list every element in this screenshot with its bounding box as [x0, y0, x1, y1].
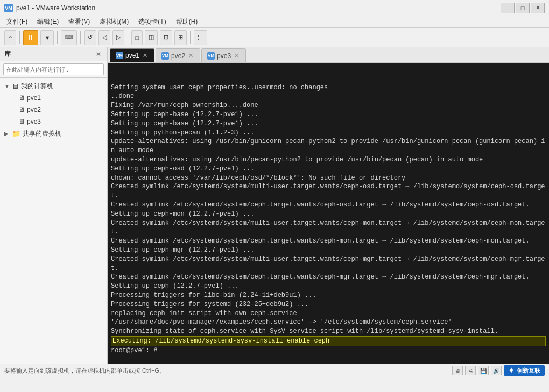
tree-item-pve2[interactable]: 🖥 pve2	[0, 104, 107, 116]
close-button[interactable]: ✕	[531, 3, 545, 13]
status-right-area: 🖥 🖨 💾 🔊 ✦ 创新互联	[452, 365, 545, 376]
sidebar-header: 库 ✕	[0, 47, 107, 61]
terminal-line: update-alternatives: using /usr/bin/peca…	[111, 155, 546, 165]
toolbar-separator-1	[19, 31, 20, 44]
brand-logo: ✦ 创新互联	[504, 365, 545, 376]
vm-icon-pve2: 🖥	[18, 106, 25, 113]
toolbar-vm-state2[interactable]: ◫	[145, 30, 158, 45]
toolbar-back[interactable]: ◁	[98, 30, 110, 45]
tab-label-pve2: pve2	[171, 52, 185, 60]
tree-label-mycomputer: 我的计算机	[21, 82, 53, 91]
tab-vm-icon-pve1: VM	[116, 52, 123, 59]
sidebar: 库 ✕ ▼ 🖥 我的计算机 🖥 pve1 🖥 pve2	[0, 47, 108, 364]
toolbar-send-ctrlaltdel[interactable]: ⌨	[61, 30, 77, 45]
tab-label-pve1: pve1	[125, 52, 139, 59]
minimize-button[interactable]: —	[501, 3, 515, 13]
toolbar-refresh[interactable]: ↺	[84, 30, 96, 45]
tree-item-pve1[interactable]: 🖥 pve1	[0, 92, 107, 104]
terminal-line: '/usr/share/doc/pve-manager/examples/cep…	[111, 318, 546, 327]
toolbar-home[interactable]: ⌂	[4, 30, 16, 45]
status-icon-4[interactable]: 🔊	[491, 366, 502, 375]
terminal-line: Processing triggers for systemd (232-25+…	[111, 300, 546, 309]
menu-file[interactable]: 文件(F)	[2, 16, 32, 27]
expand-icon-mycomputer: ▼	[4, 83, 11, 89]
tree-item-shared[interactable]: ▶ 📁 共享的虚拟机	[0, 127, 107, 139]
window-title: pve1 - VMware Workstation	[16, 4, 501, 12]
vm-icon-pve3: 🖥	[18, 118, 25, 125]
vm-icon-pve1: 🖥	[18, 94, 25, 102]
status-icon-3[interactable]: 💾	[478, 366, 489, 375]
toolbar-vm-state3[interactable]: ⊡	[160, 30, 172, 45]
sidebar-close-button[interactable]: ✕	[94, 50, 103, 59]
menu-vm[interactable]: 虚拟机(M)	[95, 16, 133, 27]
fullscreen-icon: ⛶	[198, 34, 203, 41]
computer-icon: 🖥	[12, 82, 19, 90]
title-bar: VM pve1 - VMware Workstation — □ ✕	[0, 0, 549, 16]
tab-vm-icon-pve3: VM	[207, 52, 215, 60]
terminal-output[interactable]: Setting system user ceph properties..use…	[108, 63, 549, 364]
state3-icon: ⊡	[164, 34, 168, 41]
terminal-line: chown: cannot access '/var/lib/ceph/osd/…	[111, 174, 546, 183]
terminal-line: Created symlink /etc/systemd/system/ceph…	[111, 201, 546, 210]
main-content: 库 ✕ ▼ 🖥 我的计算机 🖥 pve1 🖥 pve2	[0, 47, 549, 364]
terminal-line: Created symlink /etc/systemd/system/ceph…	[111, 273, 546, 282]
tab-pve1[interactable]: VM pve1 ✕	[110, 48, 154, 62]
keyboard-icon: ⌨	[65, 34, 73, 41]
tree-label-pve1: pve1	[27, 94, 41, 102]
status-bar: 要将输入定向到该虚拟机，请在虚拟机内部单击或按 Ctrl+G。 🖥 🖨 💾 🔊 …	[0, 364, 549, 377]
app-icon: VM	[4, 4, 13, 12]
terminal-line: Setting up ceph-mgr (12.2.7-pve1) ...	[111, 246, 546, 255]
sidebar-search-input[interactable]	[3, 63, 104, 75]
tab-label-pve3: pve3	[217, 52, 231, 60]
toolbar: ⌂ ⏸ ▼ ⌨ ↺ ◁ ▷ □ ◫ ⊡ ⊞ ⛶	[0, 28, 549, 47]
toolbar-vm-state1[interactable]: □	[131, 30, 143, 45]
status-message: 要将输入定向到该虚拟机，请在虚拟机内部单击或按 Ctrl+G。	[4, 367, 165, 375]
terminal-line: replacing ceph init script with own ceph…	[111, 309, 546, 318]
terminal-line: Setting system user ceph properties..use…	[111, 83, 546, 92]
toolbar-separator-3	[80, 31, 81, 44]
window-controls: — □ ✕	[501, 3, 545, 13]
sidebar-tree: ▼ 🖥 我的计算机 🖥 pve1 🖥 pve2 🖥 pve3	[0, 78, 107, 364]
menu-help[interactable]: 帮助(H)	[172, 16, 202, 27]
tab-area: VM pve1 ✕ VM pve2 ✕ VM pve3 ✕ Setting sy…	[108, 47, 549, 364]
terminal-line: root@pve1: #	[111, 346, 546, 355]
sidebar-resize-handle[interactable]	[105, 47, 107, 364]
state4-icon: ⊞	[178, 34, 183, 41]
tab-pve3[interactable]: VM pve3 ✕	[201, 48, 246, 62]
tree-label-pve3: pve3	[27, 118, 41, 125]
sidebar-title: 库	[4, 49, 11, 59]
toolbar-forward[interactable]: ▷	[112, 30, 124, 45]
toolbar-separator-5	[190, 31, 191, 44]
status-icon-2[interactable]: 🖨	[465, 366, 476, 375]
tab-pve2[interactable]: VM pve2 ✕	[156, 48, 200, 62]
terminal-line: Created symlink /etc/systemd/system/mult…	[111, 255, 546, 273]
toolbar-dropdown[interactable]: ▼	[40, 30, 54, 45]
tree-item-pve3[interactable]: 🖥 pve3	[0, 116, 107, 127]
toolbar-pause[interactable]: ⏸	[23, 30, 38, 45]
sidebar-search-area	[0, 61, 107, 78]
tab-close-pve1[interactable]: ✕	[142, 52, 149, 59]
status-icon-1[interactable]: 🖥	[452, 366, 463, 375]
toolbar-separator-2	[57, 31, 58, 44]
tree-label-pve2: pve2	[27, 106, 41, 113]
menu-view[interactable]: 查看(V)	[64, 16, 94, 27]
back-icon: ◁	[102, 34, 107, 41]
tree-label-shared: 共享的虚拟机	[23, 129, 61, 138]
terminal-line: Created symlink /etc/systemd/system/mult…	[111, 219, 546, 237]
terminal-line: Setting up ceph (12.2.7-pve1) ...	[111, 282, 546, 291]
tab-close-pve2[interactable]: ✕	[187, 52, 194, 59]
terminal-line: Setting up python-pecan (1.1.2-3) ...	[111, 129, 546, 138]
menu-edit[interactable]: 编辑(E)	[33, 16, 63, 27]
tree-item-mycomputer[interactable]: ▼ 🖥 我的计算机	[0, 80, 107, 92]
menu-tab[interactable]: 选项卡(T)	[134, 16, 170, 27]
terminal-line: Created symlink /etc/systemd/system/ceph…	[111, 237, 546, 246]
terminal-line: Processing triggers for libc-bin (2.24-1…	[111, 291, 546, 300]
maximize-button[interactable]: □	[516, 3, 530, 13]
toolbar-fullscreen[interactable]: ⛶	[194, 30, 207, 45]
tabs-bar: VM pve1 ✕ VM pve2 ✕ VM pve3 ✕	[108, 47, 549, 63]
toolbar-vm-state4[interactable]: ⊞	[174, 30, 187, 45]
terminal-line: Synchronizing state of ceph.service with…	[111, 327, 546, 336]
terminal-line: ..done	[111, 92, 546, 101]
terminal-line: Setting up ceph-base (12.2.7-pve1) ...	[111, 110, 546, 119]
tab-close-pve3[interactable]: ✕	[233, 52, 240, 59]
